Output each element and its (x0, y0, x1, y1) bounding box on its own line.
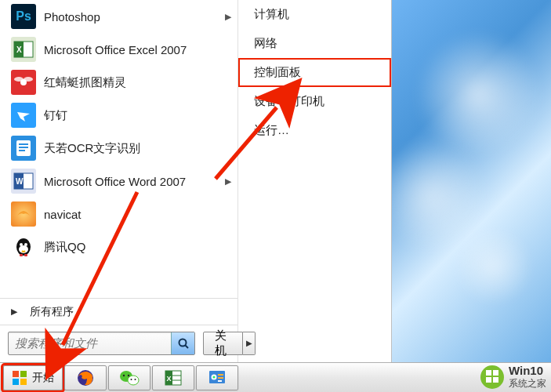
windows-flag-icon (12, 370, 27, 386)
program-label: Microsoft Office Excel 2007 (44, 43, 231, 56)
watermark: Win10 系统之家 (480, 365, 546, 389)
start-menu-right-pane: 计算机 网络 控制面板 设备和打印机 运行… (238, 0, 391, 362)
svg-text:W: W (16, 177, 24, 186)
taskbar-item-control-panel[interactable] (196, 365, 238, 390)
right-item-network[interactable]: 网络 (238, 29, 391, 58)
excel-icon: X (164, 368, 183, 387)
svg-point-28 (123, 374, 125, 376)
right-item-label: 计算机 (254, 7, 289, 20)
svg-point-4 (14, 77, 24, 82)
submenu-arrow-icon: ▶ (225, 176, 231, 187)
svg-rect-17 (20, 254, 23, 256)
triangle-right-icon: ▶ (11, 307, 17, 317)
desktop-wallpaper (392, 0, 551, 362)
ocr-icon (11, 136, 36, 161)
svg-point-39 (213, 376, 216, 378)
svg-rect-7 (19, 143, 28, 145)
dingtalk-icon (11, 103, 36, 128)
watermark-badge (480, 365, 504, 389)
svg-rect-42 (218, 380, 222, 382)
search-button[interactable] (171, 332, 194, 354)
svg-point-15 (20, 243, 23, 246)
svg-rect-45 (486, 370, 491, 376)
program-label: 红蜻蜓抓图精灵 (44, 75, 231, 90)
svg-rect-8 (19, 147, 28, 148)
excel-icon: X (11, 37, 36, 62)
program-label: Photoshop (44, 10, 220, 24)
svg-rect-47 (486, 377, 491, 383)
watermark-subtitle: 系统之家 (509, 377, 546, 390)
svg-rect-41 (218, 377, 223, 379)
svg-text:X: X (16, 45, 22, 54)
search-box[interactable] (8, 332, 195, 355)
svg-rect-40 (218, 374, 223, 376)
svg-rect-22 (20, 371, 27, 377)
right-item-label: 网络 (254, 36, 277, 49)
program-item-qq[interactable]: 腾讯QQ (0, 230, 237, 263)
program-item-photoshop[interactable]: Ps Photoshop ▶ (0, 0, 237, 33)
navicat-icon (11, 201, 36, 227)
svg-point-27 (128, 376, 139, 385)
wechat-icon (119, 369, 140, 387)
submenu-arrow-icon: ▶ (225, 12, 231, 22)
svg-rect-24 (20, 379, 27, 385)
right-item-label: 设备和打印机 (254, 94, 324, 107)
right-item-control-panel[interactable]: 控制面板 (238, 58, 391, 87)
program-item-navicat[interactable]: navicat (0, 198, 237, 230)
control-panel-icon (208, 368, 227, 387)
right-item-computer[interactable]: 计算机 (238, 0, 391, 29)
right-item-label: 运行… (254, 123, 289, 136)
watermark-title: Win10 (509, 364, 546, 377)
program-label: 钉钉 (44, 108, 231, 123)
svg-point-19 (179, 339, 186, 346)
svg-text:X: X (167, 375, 172, 383)
firefox-icon (76, 368, 95, 387)
svg-point-5 (24, 77, 33, 82)
program-item-dragonfly[interactable]: 红蜻蜓抓图精灵 (0, 66, 237, 99)
program-list: Ps Photoshop ▶ X Microsoft Office Excel … (0, 0, 237, 298)
shutdown-button[interactable]: 关机 (203, 332, 243, 355)
taskbar-item-wechat[interactable] (108, 365, 150, 390)
program-label: 腾讯QQ (44, 240, 231, 255)
start-button-label: 开始 (32, 371, 54, 385)
svg-point-29 (128, 374, 129, 376)
right-item-label: 控制面板 (254, 65, 301, 78)
start-menu: Ps Photoshop ▶ X Microsoft Office Excel … (0, 0, 392, 362)
photoshop-icon: Ps (11, 4, 36, 29)
svg-rect-18 (24, 254, 27, 256)
start-button[interactable]: 开始 (3, 365, 63, 390)
svg-rect-46 (493, 370, 498, 376)
svg-point-31 (135, 379, 136, 380)
start-menu-left-pane: Ps Photoshop ▶ X Microsoft Office Excel … (0, 0, 238, 362)
program-label: Microsoft Office Word 2007 (44, 175, 220, 188)
search-input[interactable] (9, 336, 171, 350)
svg-rect-23 (13, 379, 19, 385)
svg-rect-9 (19, 150, 25, 151)
svg-point-30 (131, 379, 132, 380)
word-icon: W (11, 169, 36, 194)
right-item-devices-printers[interactable]: 设备和打印机 (238, 87, 391, 116)
taskbar-item-excel[interactable]: X (152, 365, 194, 390)
program-item-word[interactable]: W Microsoft Office Word 2007 ▶ (0, 165, 237, 198)
svg-line-20 (185, 345, 188, 348)
program-item-dingtalk[interactable]: 钉钉 (0, 99, 237, 132)
dragonfly-icon (11, 70, 36, 95)
program-item-ocr[interactable]: 天若OCR文字识别 (0, 132, 237, 165)
right-item-run[interactable]: 运行… (238, 116, 391, 145)
program-label: 天若OCR文字识别 (44, 141, 231, 156)
qq-icon (11, 234, 36, 260)
program-item-excel[interactable]: X Microsoft Office Excel 2007 (0, 33, 237, 66)
svg-rect-21 (13, 371, 19, 377)
all-programs-label: 所有程序 (30, 305, 74, 319)
svg-rect-48 (493, 377, 498, 383)
svg-point-16 (24, 243, 27, 246)
magnifier-icon (177, 337, 190, 350)
taskbar: 开始 X (0, 362, 551, 392)
start-menu-footer: 关机 ▶ (0, 325, 237, 362)
program-label: navicat (44, 208, 231, 221)
taskbar-item-firefox[interactable] (64, 365, 107, 390)
all-programs-button[interactable]: ▶ 所有程序 (0, 298, 237, 325)
shutdown-label: 关机 (215, 328, 231, 358)
